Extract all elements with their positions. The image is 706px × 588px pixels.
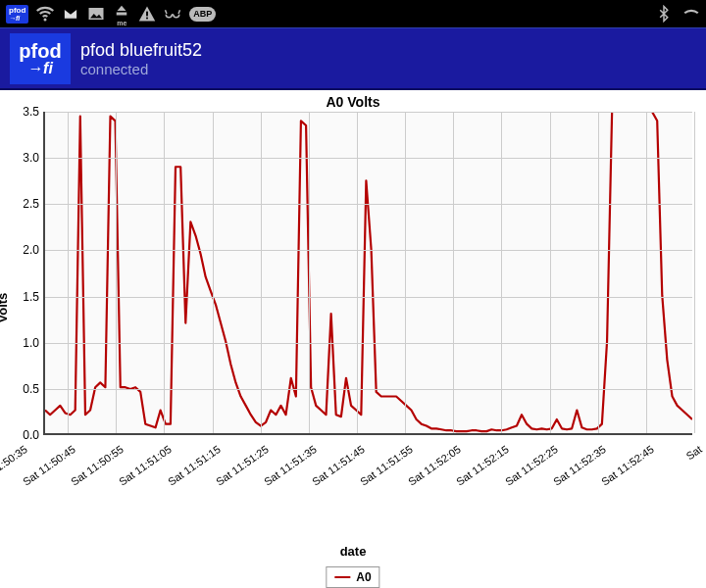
gridline-horizontal <box>45 158 692 159</box>
line-series-a0 <box>45 112 692 433</box>
gridline-vertical <box>164 112 165 433</box>
legend-swatch-a0 <box>334 576 350 578</box>
gridline-vertical <box>261 112 262 433</box>
gridline-horizontal <box>45 343 692 344</box>
app-title-bar: pfod →fi pfod bluefruit52 connected <box>0 27 706 90</box>
gridline-vertical <box>405 112 406 433</box>
gridline-horizontal <box>45 389 692 390</box>
legend-label-a0: A0 <box>356 570 371 584</box>
android-status-bar: pfod→fi me ABP <box>0 0 706 27</box>
abp-icon: ABP <box>189 7 216 22</box>
pfod-app-icon: pfod→fi <box>6 5 28 24</box>
app-title: pfod bluefruit52 <box>80 40 202 61</box>
gridline-vertical <box>357 112 358 433</box>
y-tick-label: 3.0 <box>4 151 39 165</box>
gridline-vertical <box>598 112 599 433</box>
gridline-vertical <box>646 112 647 433</box>
y-tick-label: 0.0 <box>4 428 39 442</box>
gridline-vertical <box>309 112 310 433</box>
plot-region[interactable] <box>43 112 692 435</box>
gmail-icon <box>62 5 79 23</box>
pfod-logo: pfod →fi <box>10 33 71 84</box>
gridline-horizontal <box>45 297 692 298</box>
app-label: pfod bluefruit52 connected <box>80 40 202 77</box>
y-tick-label: 3.5 <box>4 105 39 119</box>
gridline-vertical <box>694 112 695 433</box>
y-tick-label: 2.0 <box>4 243 39 257</box>
y-tick-label: 0.5 <box>4 382 39 396</box>
gridline-vertical <box>501 112 502 433</box>
chart-title: A0 Volts <box>0 94 706 110</box>
gridline-vertical <box>213 112 214 433</box>
gridline-horizontal <box>45 204 692 205</box>
gridline-vertical <box>116 112 117 433</box>
glasses-icon <box>164 5 181 23</box>
x-axis-label: date <box>0 544 706 559</box>
gridline-vertical <box>550 112 551 433</box>
signal-icon <box>682 5 700 23</box>
legend: A0 <box>326 566 379 588</box>
y-tick-label: 2.5 <box>4 197 39 211</box>
bluetooth-icon <box>655 5 673 23</box>
gridline-horizontal <box>45 250 692 251</box>
upload-me-icon: me <box>113 2 130 26</box>
wifi-icon <box>36 5 54 23</box>
chart-area[interactable]: A0 Volts Volts 0.00.51.01.52.02.53.03.5 … <box>0 90 706 588</box>
y-tick-label: 1.5 <box>4 290 39 304</box>
gridline-horizontal <box>45 112 692 113</box>
gridline-vertical <box>453 112 454 433</box>
y-tick-label: 1.0 <box>4 336 39 350</box>
connection-status: connected <box>80 61 202 77</box>
gridline-vertical <box>68 112 69 433</box>
picture-icon <box>87 5 105 23</box>
warning-icon <box>138 5 156 23</box>
